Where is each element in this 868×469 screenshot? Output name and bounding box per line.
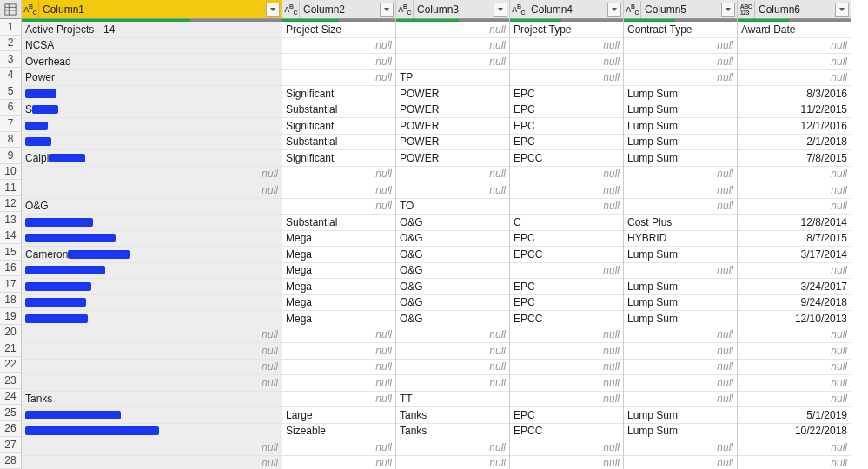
column-filter-dropdown[interactable] [835,3,849,17]
row-number[interactable]: 14 [0,228,21,245]
column-header[interactable]: ABC123Column6 [738,0,851,19]
cell[interactable]: 12/10/2013 [738,311,851,327]
cell[interactable]: TP [396,70,509,87]
column-type-icon[interactable]: ABC123 [738,1,755,18]
row-number[interactable]: 13 [0,212,21,228]
cell[interactable]: O&G [396,263,509,280]
cell[interactable]: null [22,327,282,344]
cell[interactable]: Calpi [22,150,282,167]
cell[interactable]: EPC [510,279,623,295]
cell[interactable]: HYBRID [624,231,737,248]
cell[interactable] [22,215,282,231]
column-header[interactable]: ABCColumn1 [22,0,282,19]
row-number[interactable]: 10 [0,164,21,181]
row-number[interactable]: 15 [0,244,21,261]
cell[interactable]: Mega [282,295,395,312]
cell[interactable]: Lump Sum [624,118,737,135]
cell[interactable]: null [510,54,623,70]
cell[interactable] [22,118,282,135]
cell[interactable]: Cameron [22,247,282,263]
column-filter-dropdown[interactable] [380,3,394,17]
row-number[interactable]: 20 [0,325,21,341]
cell[interactable]: null [282,360,395,376]
cell[interactable]: null [396,38,509,55]
cell[interactable] [22,279,282,295]
cell[interactable]: null [510,343,623,360]
row-number[interactable]: 7 [0,116,21,132]
cell[interactable]: Significant [282,150,395,167]
row-number[interactable]: 2 [0,36,21,52]
cell[interactable]: O&G [396,215,509,231]
cell[interactable]: EPCC [510,424,623,440]
cell[interactable]: EPC [510,102,623,119]
cell[interactable] [22,407,282,424]
row-number[interactable]: 3 [0,51,21,68]
row-number[interactable]: 26 [0,421,21,438]
cell[interactable]: EPC [510,86,623,102]
cell[interactable]: null [282,167,395,183]
cell[interactable]: Large [282,407,395,424]
cell[interactable]: null [624,38,737,55]
row-number[interactable]: 19 [0,308,21,325]
cell[interactable]: null [510,327,623,344]
cell[interactable]: null [624,327,737,344]
cell[interactable]: O&G [396,295,509,312]
cell[interactable]: 8/7/2015 [738,231,851,248]
cell[interactable]: null [282,54,395,70]
cell[interactable]: null [510,70,623,87]
cell[interactable]: null [738,263,851,280]
cell[interactable]: Significant [282,86,395,102]
cell[interactable]: Mega [282,279,395,295]
cell[interactable]: null [738,439,851,456]
column-header[interactable]: ABCColumn5 [624,0,737,19]
cell[interactable]: null [282,375,395,392]
cell[interactable]: null [282,456,395,470]
cell[interactable]: Mega [282,247,395,263]
row-number[interactable]: 12 [0,196,21,213]
column-filter-dropdown[interactable] [607,3,621,17]
cell[interactable]: null [738,375,851,392]
cell[interactable] [22,86,282,102]
cell[interactable]: POWER [396,150,509,167]
row-number[interactable]: 28 [0,453,21,470]
cell[interactable]: null [22,375,282,392]
cell[interactable]: Lump Sum [624,407,737,424]
cell[interactable]: null [738,54,851,70]
cell[interactable]: null [510,199,623,215]
cell[interactable]: null [22,182,282,199]
cell[interactable]: null [738,167,851,183]
row-number[interactable]: 24 [0,389,21,406]
cell[interactable]: EPCC [510,247,623,263]
cell[interactable]: null [624,70,737,87]
cell[interactable]: null [396,182,509,199]
cell[interactable]: Overhead [22,54,282,70]
column-type-icon[interactable]: ABC [282,1,300,18]
column-filter-dropdown[interactable] [721,3,735,17]
cell[interactable]: null [624,167,737,183]
row-number[interactable]: 23 [0,373,21,389]
cell[interactable]: null [510,456,623,470]
row-number[interactable]: 8 [0,132,21,149]
row-number[interactable]: 1 [0,19,21,36]
cell[interactable]: null [22,167,282,183]
cell[interactable]: null [22,456,282,470]
cell[interactable]: null [282,70,395,87]
cell[interactable]: Project Type [510,22,623,38]
cell[interactable]: null [624,182,737,199]
cell[interactable]: 8/3/2016 [738,86,851,102]
cell[interactable]: 11/2/2015 [738,102,851,119]
cell[interactable] [22,135,282,151]
cell[interactable]: O&G [22,199,282,215]
cell[interactable]: Lump Sum [624,135,737,151]
cell[interactable]: null [282,38,395,55]
row-number[interactable]: 25 [0,405,21,421]
cell[interactable]: EPC [510,407,623,424]
cell[interactable]: EPC [510,118,623,135]
cell[interactable]: null [624,263,737,280]
cell[interactable]: null [738,182,851,199]
cell[interactable]: Tanks [22,392,282,408]
column-header[interactable]: ABCColumn2 [282,0,395,19]
cell[interactable]: EPC [510,295,623,312]
cell[interactable]: null [624,439,737,456]
cell[interactable]: O&G [396,279,509,295]
